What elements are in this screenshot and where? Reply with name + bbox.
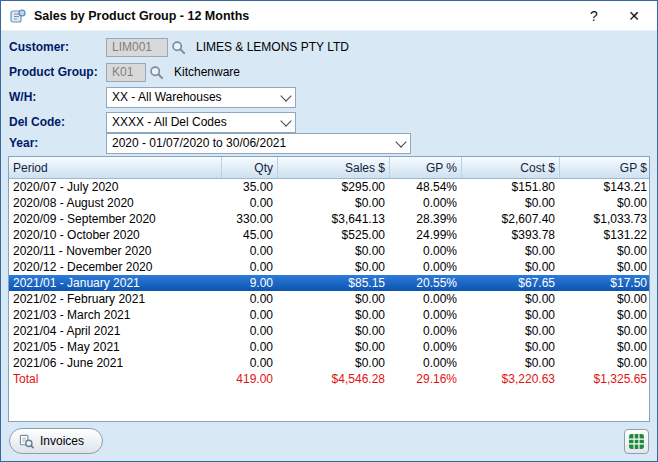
customer-label: Customer:	[9, 40, 106, 54]
table-cell: 2020/09 - September 2020	[9, 212, 221, 226]
warehouse-field-row: W/H: XX - All Warehouses	[9, 86, 649, 108]
table-row[interactable]: 2020/11 - November 20200.00$0.000.00%$0.…	[9, 243, 649, 259]
table-cell: 2021/03 - March 2021	[9, 308, 221, 322]
chevron-down-icon	[277, 88, 295, 107]
table-cell: $0.00	[277, 324, 389, 338]
customer-code-input[interactable]: LIM001	[106, 38, 168, 57]
sales-table: PeriodQtySales $GP %Cost $GP $ 2020/07 -…	[8, 156, 650, 422]
table-cell: 0.00	[221, 308, 277, 322]
table-cell: $0.00	[277, 340, 389, 354]
table-cell: $0.00	[277, 260, 389, 274]
chevron-down-icon	[277, 113, 295, 132]
table-cell: $0.00	[461, 340, 559, 354]
year-select[interactable]: 2020 - 01/07/2020 to 30/06/2021	[106, 133, 411, 154]
table-cell: 0.00	[221, 244, 277, 258]
table-cell: 35.00	[221, 180, 277, 194]
table-cell: 0.00%	[389, 244, 461, 258]
table-cell: $0.00	[277, 196, 389, 210]
close-button[interactable]: ✕	[621, 8, 647, 24]
table-cell: $3,220.63	[461, 372, 559, 386]
customer-lookup-icon[interactable]	[169, 38, 188, 57]
table-cell: $0.00	[559, 260, 649, 274]
table-cell: $1,325.65	[559, 372, 649, 386]
table-cell: $0.00	[559, 356, 649, 370]
table-row[interactable]: 2021/05 - May 20210.00$0.000.00%$0.00$0.…	[9, 339, 649, 355]
table-cell: 0.00%	[389, 292, 461, 306]
del-code-selected-value: XXXX - All Del Codes	[112, 115, 277, 129]
product-group-code-input[interactable]: K01	[106, 63, 146, 82]
table-cell: 2021/02 - February 2021	[9, 292, 221, 306]
del-code-field-row: Del Code: XXXX - All Del Codes	[9, 111, 649, 133]
table-cell: $0.00	[559, 340, 649, 354]
column-header: Qty	[221, 157, 277, 178]
chevron-down-icon	[392, 134, 410, 153]
product-group-code-value: K01	[112, 65, 133, 79]
product-group-label: Product Group:	[9, 65, 106, 79]
customer-code-value: LIM001	[112, 40, 152, 54]
invoices-button[interactable]: Invoices	[9, 428, 103, 454]
table-cell: $85.15	[277, 276, 389, 290]
table-row[interactable]: 2021/02 - February 20210.00$0.000.00%$0.…	[9, 291, 649, 307]
table-cell: 9.00	[221, 276, 277, 290]
product-group-lookup-icon[interactable]	[147, 63, 166, 82]
table-cell: $0.00	[559, 324, 649, 338]
table-cell: 2021/04 - April 2021	[9, 324, 221, 338]
table-cell: 0.00%	[389, 260, 461, 274]
warehouse-label: W/H:	[9, 90, 106, 104]
table-cell: $0.00	[461, 260, 559, 274]
table-body: 2020/07 - July 202035.00$295.0048.54%$15…	[9, 179, 649, 421]
table-cell: 0.00	[221, 196, 277, 210]
warehouse-selected-value: XX - All Warehouses	[112, 90, 277, 104]
table-cell: 2020/07 - July 2020	[9, 180, 221, 194]
table-cell: 0.00	[221, 292, 277, 306]
table-cell: 45.00	[221, 228, 277, 242]
help-button[interactable]: ?	[581, 8, 607, 24]
table-cell: $0.00	[559, 196, 649, 210]
table-cell: $0.00	[559, 292, 649, 306]
table-row[interactable]: 2020/10 - October 202045.00$525.0024.99%…	[9, 227, 649, 243]
customer-name-text: LIMES & LEMONS PTY LTD	[196, 40, 349, 54]
table-cell: 0.00%	[389, 356, 461, 370]
sales-by-product-group-window: Sales by Product Group - 12 Months ? ✕ C…	[0, 0, 658, 462]
del-code-select[interactable]: XXXX - All Del Codes	[106, 112, 296, 133]
table-cell: 330.00	[221, 212, 277, 226]
table-cell: 2021/01 - January 2021	[9, 276, 221, 290]
table-row[interactable]: 2021/01 - January 20219.00$85.1520.55%$6…	[9, 275, 649, 291]
table-cell: 28.39%	[389, 212, 461, 226]
table-cell: $0.00	[461, 292, 559, 306]
table-cell: 2020/12 - December 2020	[9, 260, 221, 274]
table-row[interactable]: 2020/09 - September 2020330.00$3,641.132…	[9, 211, 649, 227]
table-row[interactable]: 2020/12 - December 20200.00$0.000.00%$0.…	[9, 259, 649, 275]
table-cell: $0.00	[277, 292, 389, 306]
table-row[interactable]: 2021/04 - April 20210.00$0.000.00%$0.00$…	[9, 323, 649, 339]
titlebar: Sales by Product Group - 12 Months ? ✕	[1, 1, 657, 31]
table-cell: $0.00	[277, 244, 389, 258]
excel-export-button[interactable]	[624, 429, 649, 454]
table-cell: $151.80	[461, 180, 559, 194]
window-title: Sales by Product Group - 12 Months	[34, 9, 581, 23]
table-row[interactable]: 2021/03 - March 20210.00$0.000.00%$0.00$…	[9, 307, 649, 323]
table-cell: 2020/08 - August 2020	[9, 196, 221, 210]
table-row[interactable]: 2021/06 - June 20210.00$0.000.00%$0.00$0…	[9, 355, 649, 371]
table-cell: $131.22	[559, 228, 649, 242]
table-cell: 0.00%	[389, 324, 461, 338]
table-cell: $1,033.73	[559, 212, 649, 226]
product-group-name-text: Kitchenware	[174, 65, 240, 79]
table-cell: $0.00	[461, 324, 559, 338]
table-cell: 0.00	[221, 340, 277, 354]
column-header: Sales $	[277, 157, 389, 178]
table-cell: 20.55%	[389, 276, 461, 290]
warehouse-select[interactable]: XX - All Warehouses	[106, 87, 296, 108]
table-row[interactable]: 2020/08 - August 20200.00$0.000.00%$0.00…	[9, 195, 649, 211]
table-cell: 0.00	[221, 260, 277, 274]
table-cell: $3,641.13	[277, 212, 389, 226]
table-cell: $0.00	[277, 356, 389, 370]
table-cell: 2020/10 - October 2020	[9, 228, 221, 242]
table-row[interactable]: 2020/07 - July 202035.00$295.0048.54%$15…	[9, 179, 649, 195]
table-cell: $0.00	[461, 244, 559, 258]
table-cell: $525.00	[277, 228, 389, 242]
table-cell: 0.00%	[389, 196, 461, 210]
table-cell: $0.00	[461, 308, 559, 322]
table-total-row[interactable]: Total419.00$4,546.2829.16%$3,220.63$1,32…	[9, 371, 649, 387]
table-cell: 48.54%	[389, 180, 461, 194]
